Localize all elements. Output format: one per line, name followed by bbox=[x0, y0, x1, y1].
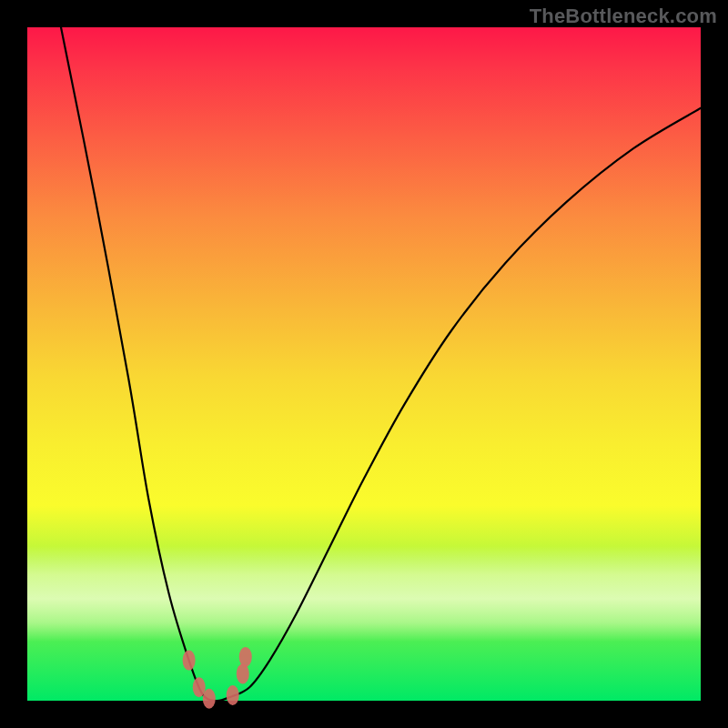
curve-marker bbox=[183, 651, 196, 671]
curve-markers bbox=[183, 647, 252, 709]
bottleneck-curve bbox=[61, 27, 701, 701]
curve-layer bbox=[0, 0, 728, 728]
watermark-text: TheBottleneck.com bbox=[530, 5, 717, 28]
curve-marker bbox=[237, 663, 249, 683]
curve-marker bbox=[203, 689, 216, 709]
curve-marker bbox=[239, 647, 252, 667]
curve-marker bbox=[227, 685, 239, 705]
